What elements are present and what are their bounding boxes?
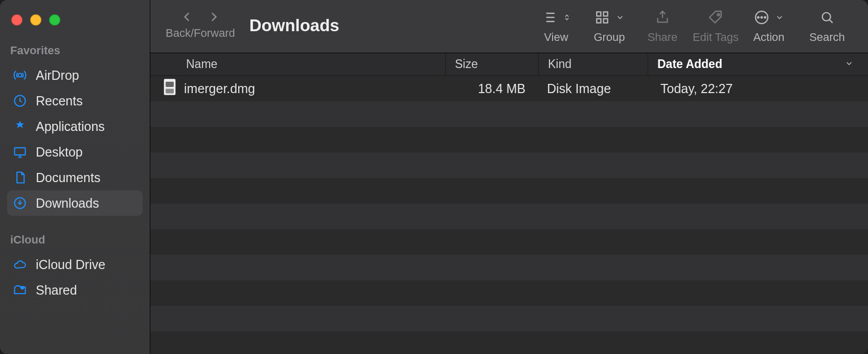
file-date: Today, 22:27	[660, 81, 733, 96]
file-size: 18.4 MB	[478, 81, 526, 96]
sidebar-item-applications[interactable]: Applications	[7, 114, 143, 139]
sidebar-item-desktop[interactable]: Desktop	[7, 139, 143, 165]
edit-tags-label: Edit Tags	[693, 31, 739, 44]
group-label: Group	[593, 31, 625, 44]
fullscreen-window-button[interactable]	[49, 14, 60, 26]
file-name: imerger.dmg	[184, 81, 255, 96]
window-controls	[11, 14, 143, 26]
sidebar-item-downloads[interactable]: Downloads	[7, 190, 143, 216]
svg-rect-16	[166, 82, 174, 87]
sidebar-item-documents[interactable]: Documents	[7, 165, 143, 190]
file-list: imerger.dmg 18.4 MB Disk Image Today, 22…	[150, 76, 868, 354]
download-icon	[12, 195, 28, 211]
tag-icon	[707, 9, 724, 28]
sidebar-item-label: Recents	[36, 94, 83, 108]
airdrop-icon	[12, 68, 28, 83]
column-header-row: Name Size Kind Date Added	[150, 53, 868, 76]
main-pane: Back/Forward Downloads View Group	[150, 0, 868, 354]
svg-rect-8	[604, 19, 608, 23]
sidebar-item-label: Shared	[36, 283, 77, 298]
list-view-icon	[541, 9, 557, 28]
svg-rect-17	[166, 88, 174, 93]
empty-row	[150, 152, 868, 178]
svg-rect-2	[15, 148, 26, 155]
sidebar-item-shared[interactable]: Shared	[7, 277, 143, 303]
column-header-size[interactable]: Size	[446, 53, 539, 75]
close-window-button[interactable]	[11, 14, 22, 26]
action-icon	[753, 9, 770, 28]
group-button[interactable]: Group	[584, 4, 635, 44]
svg-point-11	[758, 17, 759, 18]
svg-point-14	[823, 13, 831, 21]
nav-label: Back/Forward	[166, 27, 235, 40]
chevron-down-icon	[615, 13, 625, 24]
column-header-date[interactable]: Date Added	[648, 53, 868, 75]
chevron-down-icon	[775, 13, 784, 24]
sidebar-item-recents[interactable]: Recents	[7, 88, 143, 114]
sidebar-item-icloud-drive[interactable]: iCloud Drive	[7, 252, 143, 277]
svg-point-0	[18, 74, 22, 77]
chevron-down-icon	[844, 57, 854, 71]
search-icon	[819, 9, 835, 28]
finder-window: Favorites AirDrop Recents Applications	[0, 0, 868, 354]
empty-row	[150, 280, 868, 306]
sidebar-item-label: AirDrop	[36, 68, 79, 83]
sidebar-item-label: Desktop	[36, 145, 83, 160]
share-button[interactable]: Share	[637, 4, 688, 44]
back-button[interactable]	[180, 10, 194, 26]
updown-icon	[562, 13, 572, 24]
action-button[interactable]: Action	[743, 4, 794, 44]
toolbar: Back/Forward Downloads View Group	[150, 0, 868, 53]
empty-row	[150, 101, 868, 127]
desktop-icon	[12, 144, 28, 160]
column-header-kind[interactable]: Kind	[539, 53, 648, 75]
sidebar-section-label: Favorites	[10, 44, 143, 57]
search-label: Search	[809, 31, 845, 44]
file-kind: Disk Image	[547, 81, 611, 96]
svg-rect-6	[604, 12, 608, 16]
share-icon	[654, 9, 671, 28]
svg-rect-5	[597, 12, 601, 16]
empty-row	[150, 255, 868, 280]
sidebar-section-favorites: Favorites AirDrop Recents Applications	[7, 40, 143, 216]
empty-row	[150, 204, 868, 229]
clock-icon	[12, 93, 28, 108]
svg-point-12	[761, 17, 763, 18]
view-label: View	[544, 31, 568, 44]
edit-tags-button[interactable]: Edit Tags	[690, 4, 741, 44]
grid-icon	[594, 9, 610, 28]
svg-point-9	[717, 14, 719, 16]
empty-row	[150, 331, 868, 354]
empty-row	[150, 127, 868, 152]
sidebar-item-label: iCloud Drive	[36, 257, 105, 272]
cloud-icon	[12, 257, 28, 272]
forward-button[interactable]	[207, 10, 220, 26]
share-label: Share	[648, 31, 678, 44]
sidebar-section-label: iCloud	[10, 233, 143, 247]
sidebar-item-label: Applications	[36, 119, 105, 134]
column-header-name[interactable]: Name	[150, 53, 446, 75]
column-header-label: Size	[455, 57, 478, 71]
shared-icon	[12, 282, 28, 298]
sidebar-item-label: Documents	[36, 170, 100, 185]
dmg-file-icon	[161, 78, 184, 99]
sidebar-item-label: Downloads	[36, 196, 99, 211]
svg-point-13	[764, 17, 766, 18]
view-button[interactable]: View	[531, 4, 582, 44]
apps-icon	[12, 119, 28, 134]
sidebar-section-icloud: iCloud iCloud Drive Shared	[7, 229, 143, 303]
svg-point-4	[21, 286, 24, 289]
minimize-window-button[interactable]	[30, 14, 41, 26]
search-button[interactable]: Search	[796, 4, 858, 44]
file-row[interactable]: imerger.dmg 18.4 MB Disk Image Today, 22…	[150, 76, 868, 101]
empty-row	[150, 306, 868, 331]
column-header-label: Kind	[548, 57, 572, 71]
sidebar-item-airdrop[interactable]: AirDrop	[7, 62, 143, 88]
column-header-label: Date Added	[657, 57, 722, 71]
empty-row	[150, 178, 868, 204]
empty-row	[150, 229, 868, 255]
nav-back-forward: Back/Forward	[166, 4, 235, 40]
svg-rect-7	[597, 19, 601, 23]
action-label: Action	[753, 31, 784, 44]
window-title: Downloads	[249, 16, 339, 35]
